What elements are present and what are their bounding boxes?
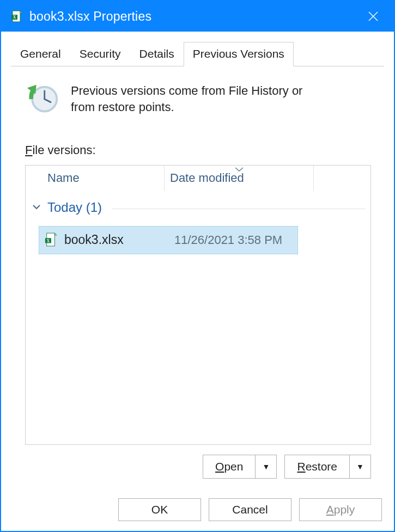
tab-security[interactable]: Security xyxy=(70,42,130,66)
caret-down-icon: ▼ xyxy=(263,462,270,471)
version-item-name: book3.xlsx xyxy=(64,233,168,247)
svg-marker-1 xyxy=(20,11,22,13)
close-icon xyxy=(368,11,379,22)
dialog-buttons: OK Cancel Apply xyxy=(1,498,394,531)
excel-file-icon: X xyxy=(10,9,24,23)
version-item[interactable]: X book3.xlsx 11/26/2021 3:58 PM xyxy=(39,226,298,254)
dialog-content: General Security Details Previous Versio… xyxy=(1,32,394,498)
chevron-down-icon xyxy=(31,201,42,213)
restore-button[interactable]: Restore xyxy=(285,455,350,478)
column-headers: Name Date modified xyxy=(26,166,370,191)
open-split-button: Open ▼ xyxy=(203,455,277,479)
ok-button[interactable]: OK xyxy=(118,498,201,521)
svg-text:X: X xyxy=(13,15,16,20)
column-header-name[interactable]: Name xyxy=(26,166,164,191)
group-label: Today (1) xyxy=(47,200,102,215)
tab-previous-versions[interactable]: Previous Versions xyxy=(184,42,294,66)
window-title: book3.xlsx Properties xyxy=(29,9,151,24)
excel-file-icon: X xyxy=(45,233,58,248)
tab-general[interactable]: General xyxy=(11,42,70,66)
tabs: General Security Details Previous Versio… xyxy=(11,41,384,66)
cancel-button[interactable]: Cancel xyxy=(209,498,291,521)
open-dropdown-button[interactable]: ▼ xyxy=(256,455,276,478)
sort-indicator-icon xyxy=(235,164,244,173)
versions-listbox[interactable]: Name Date modified Today (1) xyxy=(25,165,371,445)
titlebar: X book3.xlsx Properties xyxy=(1,1,394,32)
apply-button[interactable]: Apply xyxy=(299,498,382,521)
open-button[interactable]: Open xyxy=(203,455,256,478)
group-divider xyxy=(112,209,365,209)
column-header-date[interactable]: Date modified xyxy=(164,166,314,191)
version-item-date: 11/26/2021 3:58 PM xyxy=(174,233,282,247)
caret-down-icon: ▼ xyxy=(356,462,364,471)
column-header-extra[interactable] xyxy=(314,166,370,191)
restore-split-button: Restore ▼ xyxy=(284,455,371,479)
action-row: Open ▼ Restore ▼ xyxy=(11,455,371,479)
svg-text:X: X xyxy=(47,238,50,243)
group-row-today[interactable]: Today (1) xyxy=(26,191,370,218)
info-row: Previous versions come from File History… xyxy=(11,66,384,116)
tab-details[interactable]: Details xyxy=(130,42,184,66)
info-text: Previous versions come from File History… xyxy=(71,83,327,116)
restore-dropdown-button[interactable]: ▼ xyxy=(350,455,370,478)
svg-marker-12 xyxy=(54,233,57,235)
history-icon xyxy=(26,83,59,115)
window-close-button[interactable] xyxy=(357,1,390,32)
file-versions-label: File versions: xyxy=(25,143,384,157)
